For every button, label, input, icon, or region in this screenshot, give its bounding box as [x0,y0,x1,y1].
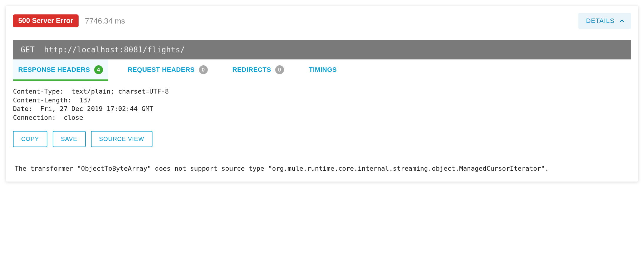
tab-label: REQUEST HEADERS [128,66,195,74]
tab-count: 0 [275,65,284,74]
tab-label: RESPONSE HEADERS [18,66,90,74]
http-method: GET [21,45,35,54]
response-time: 7746.34 ms [85,16,125,26]
tab-request-headers[interactable]: REQUEST HEADERS 0 [122,59,213,81]
request-bar: GET http://localhost:8081/flights/ [13,40,631,59]
chevron-up-icon [619,18,625,24]
request-url: http://localhost:8081/flights/ [44,45,185,54]
copy-button[interactable]: COPY [13,131,47,147]
response-panel: 500 Server Error 7746.34 ms DETAILS GET … [6,6,638,182]
tabs: RESPONSE HEADERS 4 REQUEST HEADERS 0 RED… [13,59,631,81]
headers-list: Content-Type: text/plain; charset=UTF-8 … [6,81,638,124]
tab-count: 4 [94,65,103,74]
tab-response-headers[interactable]: RESPONSE HEADERS 4 [13,59,108,81]
response-body: The transformer "ObjectToByteArray" does… [6,149,638,182]
status-badge: 500 Server Error [13,14,79,27]
tab-count: 0 [199,65,208,74]
tab-redirects[interactable]: REDIRECTS 0 [227,59,290,81]
details-label: DETAILS [586,17,615,25]
source-view-button[interactable]: SOURCE VIEW [91,131,152,147]
tab-label: REDIRECTS [233,66,271,74]
details-toggle[interactable]: DETAILS [578,13,631,29]
action-buttons: COPY SAVE SOURCE VIEW [6,124,638,149]
save-button[interactable]: SAVE [53,131,86,147]
tab-timings[interactable]: TIMINGS [303,60,342,80]
summary-row: 500 Server Error 7746.34 ms DETAILS [6,6,638,34]
tab-label: TIMINGS [309,66,337,74]
